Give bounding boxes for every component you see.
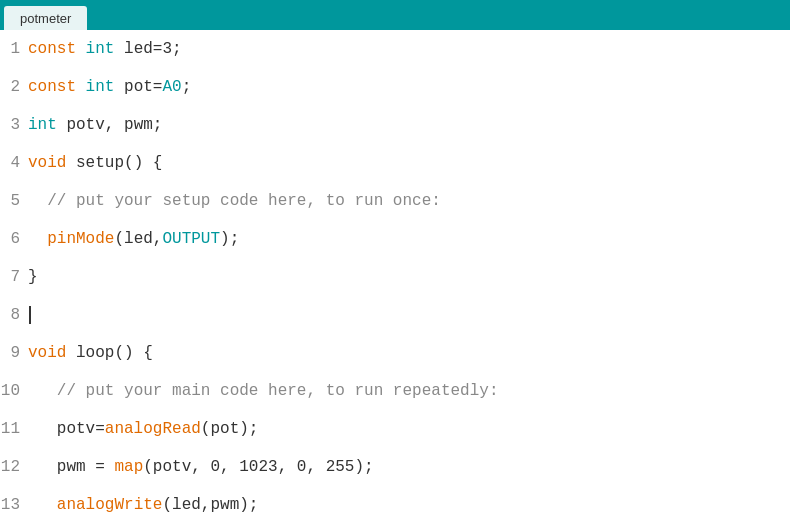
code-token: int [86,78,115,96]
line-number: 4 [0,146,28,180]
code-line: 7} [0,258,790,296]
code-token: () { [114,344,152,362]
code-token: // put your main code here, to run repea… [57,382,499,400]
line-number: 6 [0,222,28,256]
code-token: analogWrite [57,496,163,513]
code-token: potv, pwm; [57,116,163,134]
tab-label: potmeter [20,11,71,26]
code-content: } [28,260,38,294]
line-number: 11 [0,412,28,446]
code-line: 5 // put your setup code here, to run on… [0,182,790,220]
code-line: 13 analogWrite(led,pwm); [0,486,790,513]
code-token: pwm = [28,458,114,476]
code-content: pwm = map(potv, 0, 1023, 0, 255); [28,450,374,484]
code-token [28,192,47,210]
code-token: pinMode [47,230,114,248]
code-token: const [28,78,86,96]
line-number: 7 [0,260,28,294]
code-editor[interactable]: 1const int led=3;2const int pot=A0;3int … [0,30,790,513]
code-content: void setup() { [28,146,162,180]
line-number: 10 [0,374,28,408]
code-line: 9void loop() { [0,334,790,372]
tab-potmeter[interactable]: potmeter [4,6,87,30]
line-number: 5 [0,184,28,218]
line-number: 9 [0,336,28,370]
code-token: () { [124,154,162,172]
code-token: A0 [162,78,181,96]
code-token: // put your setup code here, to run once… [47,192,441,210]
app-container: potmeter 1const int led=3;2const int pot… [0,0,790,513]
code-token: setup [76,154,124,172]
code-token: int [28,116,57,134]
code-token: void [28,344,76,362]
code-token: pot= [114,78,162,96]
code-line: 1const int led=3; [0,30,790,68]
code-token [28,230,47,248]
code-token [28,382,57,400]
line-number: 3 [0,108,28,142]
code-token: potv= [28,420,105,438]
code-content: potv=analogRead(pot); [28,412,258,446]
code-content: pinMode(led,OUTPUT); [28,222,239,256]
line-number: 13 [0,488,28,513]
code-token: loop [76,344,114,362]
code-token: } [28,268,38,286]
line-number: 8 [0,298,28,332]
code-token: led=3; [114,40,181,58]
line-number: 2 [0,70,28,104]
code-token: analogRead [105,420,201,438]
line-number: 1 [0,32,28,66]
code-content: void loop() { [28,336,153,370]
code-line: 12 pwm = map(potv, 0, 1023, 0, 255); [0,448,790,486]
code-token: ); [220,230,239,248]
code-content [28,298,31,332]
code-token: map [114,458,143,476]
code-line: 11 potv=analogRead(pot); [0,410,790,448]
code-line: 6 pinMode(led,OUTPUT); [0,220,790,258]
code-content: // put your setup code here, to run once… [28,184,441,218]
tab-bar: potmeter [0,0,790,30]
code-token: OUTPUT [162,230,220,248]
line-number: 12 [0,450,28,484]
code-content: int potv, pwm; [28,108,162,142]
code-token: (led, [114,230,162,248]
code-content: analogWrite(led,pwm); [28,488,258,513]
code-content: const int pot=A0; [28,70,191,104]
code-token: int [86,40,115,58]
code-line: 10 // put your main code here, to run re… [0,372,790,410]
code-token: (potv, 0, 1023, 0, 255); [143,458,373,476]
code-token: (pot); [201,420,259,438]
code-line: 3int potv, pwm; [0,106,790,144]
code-line: 4void setup() { [0,144,790,182]
code-token: ; [182,78,192,96]
code-line: 8 [0,296,790,334]
code-line: 2const int pot=A0; [0,68,790,106]
code-token: void [28,154,76,172]
code-token [28,496,57,513]
text-cursor [29,306,31,324]
code-content: // put your main code here, to run repea… [28,374,498,408]
code-content: const int led=3; [28,32,182,66]
code-token: (led,pwm); [162,496,258,513]
code-token: const [28,40,86,58]
